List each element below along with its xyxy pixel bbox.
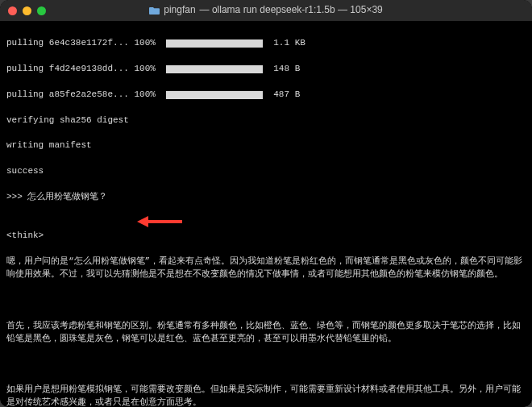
- titlebar: pingfan — ollama run deepseek-r1:1.5b — …: [0, 0, 532, 21]
- pull-size: 487 B: [263, 89, 300, 102]
- pull-text: pulling f4d24e9138dd... 100%: [6, 63, 166, 76]
- blank-line: [6, 294, 526, 307]
- terminal-body[interactable]: pulling 6e4c38e1172f... 100% 1.1 KB pull…: [0, 21, 532, 407]
- window-controls: [8, 6, 46, 15]
- pull-size: 1.1 KB: [263, 37, 305, 50]
- prompt-input[interactable]: 怎么用粉笔做钢笔？: [27, 192, 107, 201]
- progress-bar: [166, 65, 263, 73]
- close-icon[interactable]: [8, 6, 17, 15]
- think-paragraph: 嗯，用户问的是“怎么用粉笔做钢笔”，看起来有点奇怪。因为我知道粉笔是粉红色的，而…: [6, 255, 526, 281]
- window-title: pingfan — ollama run deepseek-r1:1.5b — …: [6, 3, 526, 17]
- progress-bar: [166, 91, 263, 99]
- pull-text: pulling a85fe2a2e58e... 100%: [6, 89, 166, 102]
- prompt-line: >>> 怎么用粉笔做钢笔？: [6, 191, 526, 217]
- title-folder: pingfan: [164, 3, 195, 17]
- terminal-window: pingfan — ollama run deepseek-r1:1.5b — …: [0, 0, 532, 407]
- pull-size: 148 B: [263, 63, 300, 76]
- status-line: writing manifest: [6, 139, 526, 152]
- blank-line: [6, 358, 526, 371]
- status-line: success: [6, 165, 526, 178]
- think-paragraph: 如果用户是想用粉笔模拟钢笔，可能需要改变颜色。但如果是实际制作，可能需要重新设计…: [6, 384, 526, 407]
- maximize-icon[interactable]: [37, 6, 46, 15]
- progress-bar: [166, 39, 263, 48]
- folder-icon: [149, 6, 160, 15]
- think-paragraph: 首先，我应该考虑粉笔和钢笔的区别。粉笔通常有多种颜色，比如橙色、蓝色、绿色等，而…: [6, 320, 526, 346]
- svg-marker-1: [137, 216, 148, 227]
- think-open-tag: <think>: [6, 230, 526, 243]
- pull-line: pulling 6e4c38e1172f... 100% 1.1 KB: [6, 37, 526, 50]
- prompt-marker: >>>: [6, 192, 27, 201]
- pull-line: pulling a85fe2a2e58e... 100% 487 B: [6, 89, 526, 102]
- minimize-icon[interactable]: [23, 6, 31, 15]
- status-line: verifying sha256 digest: [6, 114, 526, 127]
- pull-text: pulling 6e4c38e1172f... 100%: [6, 37, 166, 50]
- pull-line: pulling f4d24e9138dd... 100% 148 B: [6, 63, 526, 76]
- title-rest: — ollama run deepseek-r1:1.5b — 105×39: [200, 3, 383, 17]
- annotation-arrow-icon: [135, 188, 184, 255]
